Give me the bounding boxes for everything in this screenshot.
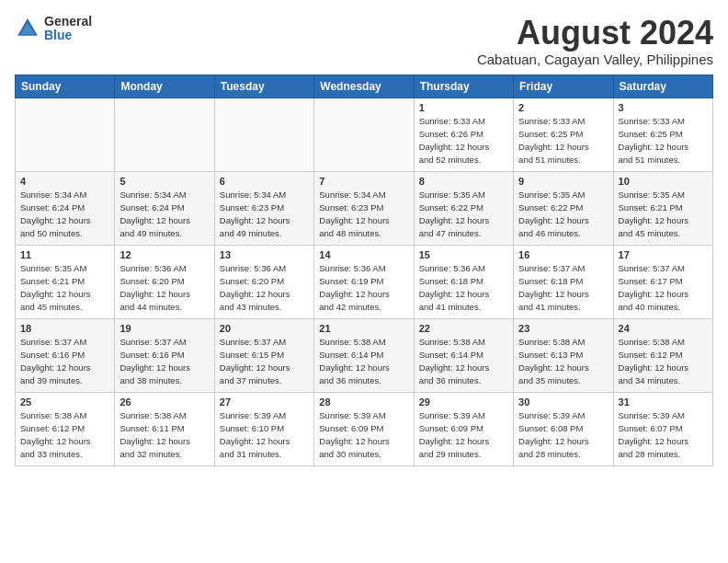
- calendar-cell: 25Sunrise: 5:38 AM Sunset: 6:12 PM Dayli…: [16, 392, 115, 465]
- day-info: Sunrise: 5:35 AM Sunset: 6:21 PM Dayligh…: [20, 262, 109, 315]
- day-number: 14: [319, 249, 408, 260]
- day-info: Sunrise: 5:39 AM Sunset: 6:08 PM Dayligh…: [518, 409, 608, 462]
- calendar-cell: [115, 98, 214, 171]
- day-number: 6: [220, 176, 309, 187]
- calendar-cell: 20Sunrise: 5:37 AM Sunset: 6:15 PM Dayli…: [214, 318, 313, 392]
- weekday-header-friday: Friday: [514, 75, 613, 98]
- day-info: Sunrise: 5:33 AM Sunset: 6:25 PM Dayligh…: [518, 115, 608, 167]
- logo-general: General: [44, 15, 92, 29]
- day-info: Sunrise: 5:38 AM Sunset: 6:14 PM Dayligh…: [419, 336, 508, 388]
- day-info: Sunrise: 5:39 AM Sunset: 6:09 PM Dayligh…: [319, 409, 408, 462]
- day-number: 30: [518, 396, 608, 408]
- day-number: 28: [319, 396, 408, 408]
- day-number: 19: [119, 323, 209, 334]
- day-info: Sunrise: 5:38 AM Sunset: 6:12 PM Dayligh…: [619, 336, 708, 388]
- logo-text: General Blue: [44, 15, 92, 43]
- calendar-cell: [16, 98, 115, 171]
- calendar-week-4: 18Sunrise: 5:37 AM Sunset: 6:16 PM Dayli…: [16, 318, 713, 392]
- day-info: Sunrise: 5:36 AM Sunset: 6:19 PM Dayligh…: [319, 262, 408, 315]
- calendar-cell: 22Sunrise: 5:38 AM Sunset: 6:14 PM Dayli…: [414, 318, 513, 392]
- day-info: Sunrise: 5:38 AM Sunset: 6:11 PM Dayligh…: [119, 409, 209, 462]
- day-info: Sunrise: 5:36 AM Sunset: 6:18 PM Dayligh…: [419, 262, 508, 315]
- day-number: 20: [220, 323, 309, 334]
- day-number: 3: [619, 102, 708, 113]
- day-info: Sunrise: 5:39 AM Sunset: 6:07 PM Dayligh…: [619, 409, 708, 462]
- calendar-cell: 1Sunrise: 5:33 AM Sunset: 6:26 PM Daylig…: [414, 98, 513, 171]
- day-info: Sunrise: 5:39 AM Sunset: 6:10 PM Dayligh…: [220, 409, 309, 462]
- day-info: Sunrise: 5:38 AM Sunset: 6:12 PM Dayligh…: [20, 409, 109, 462]
- calendar-week-3: 11Sunrise: 5:35 AM Sunset: 6:21 PM Dayli…: [16, 245, 713, 318]
- calendar-cell: 27Sunrise: 5:39 AM Sunset: 6:10 PM Dayli…: [214, 392, 313, 465]
- calendar-cell: 13Sunrise: 5:36 AM Sunset: 6:20 PM Dayli…: [214, 245, 313, 318]
- calendar-cell: 6Sunrise: 5:34 AM Sunset: 6:23 PM Daylig…: [214, 171, 313, 245]
- day-info: Sunrise: 5:36 AM Sunset: 6:20 PM Dayligh…: [119, 262, 209, 315]
- day-info: Sunrise: 5:38 AM Sunset: 6:14 PM Dayligh…: [319, 336, 408, 388]
- day-info: Sunrise: 5:37 AM Sunset: 6:18 PM Dayligh…: [518, 262, 608, 315]
- title-block: August 2024 Cabatuan, Cagayan Valley, Ph…: [477, 15, 713, 67]
- calendar-cell: 19Sunrise: 5:37 AM Sunset: 6:16 PM Dayli…: [115, 318, 214, 392]
- day-info: Sunrise: 5:33 AM Sunset: 6:26 PM Dayligh…: [419, 115, 508, 167]
- day-number: 1: [419, 102, 508, 113]
- page-header: General Blue August 2024 Cabatuan, Cagay…: [15, 15, 713, 67]
- day-number: 8: [419, 176, 508, 187]
- calendar-cell: 4Sunrise: 5:34 AM Sunset: 6:24 PM Daylig…: [16, 171, 115, 245]
- logo-blue: Blue: [44, 29, 92, 42]
- calendar: SundayMondayTuesdayWednesdayThursdayFrid…: [15, 75, 713, 466]
- logo-icon: [15, 16, 40, 41]
- day-info: Sunrise: 5:35 AM Sunset: 6:22 PM Dayligh…: [518, 189, 608, 241]
- day-info: Sunrise: 5:36 AM Sunset: 6:20 PM Dayligh…: [220, 262, 309, 315]
- day-info: Sunrise: 5:37 AM Sunset: 6:15 PM Dayligh…: [220, 336, 309, 388]
- day-info: Sunrise: 5:37 AM Sunset: 6:17 PM Dayligh…: [619, 262, 708, 315]
- month-title: August 2024: [477, 15, 713, 52]
- calendar-cell: 9Sunrise: 5:35 AM Sunset: 6:22 PM Daylig…: [514, 171, 613, 245]
- calendar-cell: 23Sunrise: 5:38 AM Sunset: 6:13 PM Dayli…: [514, 318, 613, 392]
- day-number: 27: [220, 396, 309, 408]
- day-info: Sunrise: 5:33 AM Sunset: 6:25 PM Dayligh…: [619, 115, 708, 167]
- calendar-week-5: 25Sunrise: 5:38 AM Sunset: 6:12 PM Dayli…: [16, 392, 713, 465]
- calendar-cell: 10Sunrise: 5:35 AM Sunset: 6:21 PM Dayli…: [613, 171, 712, 245]
- day-number: 23: [518, 323, 608, 334]
- weekday-header-row: SundayMondayTuesdayWednesdayThursdayFrid…: [16, 75, 713, 98]
- day-number: 5: [119, 176, 209, 187]
- weekday-header-monday: Monday: [115, 75, 214, 98]
- calendar-week-1: 1Sunrise: 5:33 AM Sunset: 6:26 PM Daylig…: [16, 98, 713, 171]
- day-info: Sunrise: 5:35 AM Sunset: 6:22 PM Dayligh…: [419, 189, 508, 241]
- calendar-week-2: 4Sunrise: 5:34 AM Sunset: 6:24 PM Daylig…: [16, 171, 713, 245]
- calendar-cell: 12Sunrise: 5:36 AM Sunset: 6:20 PM Dayli…: [115, 245, 214, 318]
- day-number: 10: [619, 176, 708, 187]
- calendar-cell: 30Sunrise: 5:39 AM Sunset: 6:08 PM Dayli…: [514, 392, 613, 465]
- location: Cabatuan, Cagayan Valley, Philippines: [477, 52, 713, 67]
- day-number: 22: [419, 323, 508, 334]
- day-number: 17: [619, 249, 708, 260]
- day-number: 25: [20, 396, 109, 408]
- weekday-header-wednesday: Wednesday: [314, 75, 414, 98]
- day-number: 2: [518, 102, 608, 113]
- calendar-cell: 26Sunrise: 5:38 AM Sunset: 6:11 PM Dayli…: [115, 392, 214, 465]
- day-number: 11: [20, 249, 109, 260]
- day-number: 9: [518, 176, 608, 187]
- day-number: 12: [119, 249, 209, 260]
- day-info: Sunrise: 5:37 AM Sunset: 6:16 PM Dayligh…: [119, 336, 209, 388]
- weekday-header-sunday: Sunday: [16, 75, 115, 98]
- weekday-header-saturday: Saturday: [613, 75, 712, 98]
- day-info: Sunrise: 5:37 AM Sunset: 6:16 PM Dayligh…: [20, 336, 109, 388]
- calendar-cell: 24Sunrise: 5:38 AM Sunset: 6:12 PM Dayli…: [613, 318, 712, 392]
- day-number: 7: [319, 176, 408, 187]
- calendar-cell: 16Sunrise: 5:37 AM Sunset: 6:18 PM Dayli…: [514, 245, 613, 318]
- calendar-cell: 11Sunrise: 5:35 AM Sunset: 6:21 PM Dayli…: [16, 245, 115, 318]
- calendar-cell: 5Sunrise: 5:34 AM Sunset: 6:24 PM Daylig…: [115, 171, 214, 245]
- calendar-cell: [314, 98, 414, 171]
- day-number: 13: [220, 249, 309, 260]
- day-info: Sunrise: 5:38 AM Sunset: 6:13 PM Dayligh…: [518, 336, 608, 388]
- calendar-cell: 17Sunrise: 5:37 AM Sunset: 6:17 PM Dayli…: [613, 245, 712, 318]
- day-info: Sunrise: 5:39 AM Sunset: 6:09 PM Dayligh…: [419, 409, 508, 462]
- calendar-cell: 21Sunrise: 5:38 AM Sunset: 6:14 PM Dayli…: [314, 318, 414, 392]
- day-number: 15: [419, 249, 508, 260]
- calendar-cell: 14Sunrise: 5:36 AM Sunset: 6:19 PM Dayli…: [314, 245, 414, 318]
- calendar-cell: 2Sunrise: 5:33 AM Sunset: 6:25 PM Daylig…: [514, 98, 613, 171]
- calendar-cell: 28Sunrise: 5:39 AM Sunset: 6:09 PM Dayli…: [314, 392, 414, 465]
- day-number: 24: [619, 323, 708, 334]
- day-info: Sunrise: 5:34 AM Sunset: 6:24 PM Dayligh…: [119, 189, 209, 241]
- day-number: 31: [619, 396, 708, 408]
- calendar-cell: 8Sunrise: 5:35 AM Sunset: 6:22 PM Daylig…: [414, 171, 513, 245]
